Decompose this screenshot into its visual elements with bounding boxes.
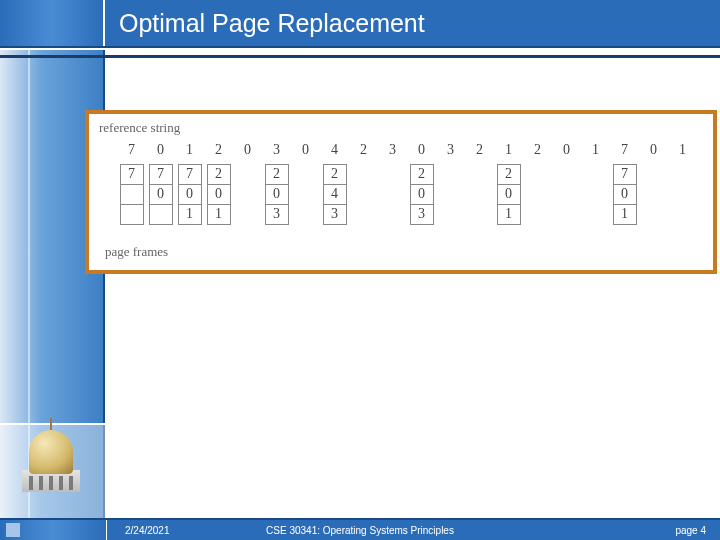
frame-column: 70. [146,164,175,234]
ref-value: 0 [639,142,668,158]
frame-stack: 203 [265,164,289,225]
ref-value: 1 [668,142,697,158]
ref-value: 0 [146,142,175,158]
frame-cell: 0 [207,185,231,205]
slide-footer: 2/24/2021 CSE 30341: Operating Systems P… [0,518,720,540]
frame-column: 701 [175,164,204,234]
frame-stack: 243 [323,164,347,225]
frame-cell: 0 [149,185,173,205]
ref-value: 3 [262,142,291,158]
dome-icon [22,430,80,500]
frame-stack: 7.. [120,164,144,225]
frame-column: 203 [407,164,436,234]
frame-cell: 1 [613,205,637,225]
frame-column: 7.. [117,164,146,234]
frame-cell: 4 [323,185,347,205]
footer-date: 2/24/2021 [125,525,170,536]
frame-stack: 201 [207,164,231,225]
ref-value: 0 [552,142,581,158]
frame-column [291,164,320,234]
frame-cell: 2 [265,165,289,185]
frame-cell: 0 [178,185,202,205]
ref-value: 2 [204,142,233,158]
frame-cell: 7 [120,165,144,185]
frame-column [581,164,610,234]
footer-page-number: page 4 [675,525,706,536]
ref-value: 0 [407,142,436,158]
ref-value: 0 [291,142,320,158]
frame-column: 203 [262,164,291,234]
frame-cell: 0 [410,185,434,205]
frame-cell: 3 [265,205,289,225]
ref-value: 3 [378,142,407,158]
frame-column: 243 [320,164,349,234]
ref-value: 4 [320,142,349,158]
frame-column [668,164,697,234]
ref-value: 7 [610,142,639,158]
ref-value: 1 [494,142,523,158]
frame-cell: 0 [265,185,289,205]
ref-value: 3 [436,142,465,158]
frame-cell: 1 [207,205,231,225]
frame-cell: 7 [613,165,637,185]
footer-course: CSE 30341: Operating Systems Principles [266,525,454,536]
frame-cell: 3 [410,205,434,225]
footer-square-icon [6,523,20,537]
frame-column [552,164,581,234]
page-replacement-figure: reference string 70120304230321201701 7.… [85,110,717,274]
frame-cell: 0 [497,185,521,205]
slide-header: Optimal Page Replacement [0,0,720,48]
frame-stack: 201 [497,164,521,225]
frame-column [465,164,494,234]
frame-cell: 1 [497,205,521,225]
frame-cell: 2 [323,165,347,185]
frame-column [436,164,465,234]
ref-value: 7 [117,142,146,158]
frame-column: 201 [204,164,233,234]
ref-value: 2 [523,142,552,158]
figure-label-bottom: page frames [105,244,705,260]
footer-accent [0,520,107,540]
frame-cell: 0 [613,185,637,205]
frame-stack: 701 [613,164,637,225]
frame-cell: 2 [410,165,434,185]
frame-cell: 3 [323,205,347,225]
header-accent [0,0,105,46]
frame-cell: . [120,185,144,205]
slide-title: Optimal Page Replacement [105,0,425,47]
frame-column [378,164,407,234]
ref-value: 1 [581,142,610,158]
frame-cell: . [149,205,173,225]
frame-column: 701 [610,164,639,234]
ref-value: 1 [175,142,204,158]
frame-cell: 2 [207,165,231,185]
slide-body: reference string 70120304230321201701 7.… [107,55,720,518]
frame-column [523,164,552,234]
page-frames-row: 7..70.701201203243203201701 [97,164,705,234]
frame-stack: 701 [178,164,202,225]
sidebar-image-panel [0,423,105,518]
frame-column [233,164,262,234]
frame-column [349,164,378,234]
figure-label-top: reference string [99,120,705,136]
frame-cell: . [120,205,144,225]
frame-cell: 7 [149,165,173,185]
frame-stack: 70. [149,164,173,225]
frame-cell: 2 [497,165,521,185]
frame-stack: 203 [410,164,434,225]
frame-cell: 1 [178,205,202,225]
frame-column [639,164,668,234]
frame-cell: 7 [178,165,202,185]
ref-value: 0 [233,142,262,158]
ref-value: 2 [465,142,494,158]
ref-value: 2 [349,142,378,158]
reference-string-row: 70120304230321201701 [97,142,705,158]
frame-column: 201 [494,164,523,234]
